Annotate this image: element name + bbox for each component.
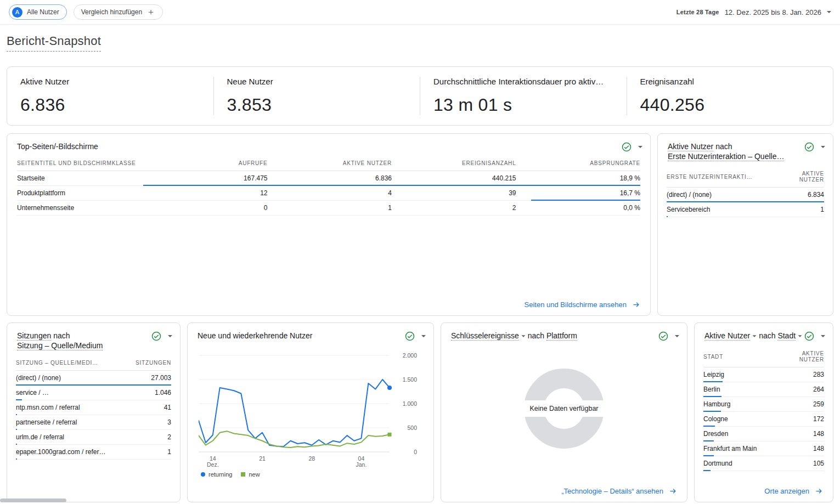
- date-range-value: 12. Dez. 2025 bis 8. Jan. 2026: [725, 8, 821, 16]
- card-title: Schlüsselereignisse nach Plattform: [451, 331, 577, 341]
- top-pages-table: SEITENTITEL UND BILDSCHIRMKLASSE AUFRUFE…: [7, 155, 650, 216]
- dimension-selector[interactable]: Stadt: [777, 331, 796, 341]
- table-header-row: SITZUNG – QUELLE/MEDI… SITZUNGEN: [16, 356, 171, 371]
- card-title: Neue und wiederkehrende Nutzer: [198, 331, 312, 341]
- column-header: AKTIVE NUTZER: [268, 160, 392, 166]
- horizontal-scrollbar[interactable]: [0, 499, 66, 502]
- table-row: Dresden 148: [703, 427, 824, 441]
- kpi-value: 13 m 01 s: [433, 95, 613, 115]
- column-header: STADT: [703, 354, 778, 360]
- cities-card: Aktive Nutzer nach Stadt STADT AKTIVE NU…: [694, 322, 833, 502]
- data-bar: [667, 216, 668, 217]
- card-title: Sitzungen nach Sitzung – Quelle/Medium: [17, 331, 103, 350]
- add-comparison-chip[interactable]: Vergleich hinzufügen ＋: [74, 4, 163, 20]
- cities-table: STADT AKTIVE NUTZER Leipzig 283 Berlin 2…: [695, 344, 833, 471]
- table-row: (direct) / (none) 6.834: [667, 188, 824, 202]
- table-row: epaper.1000grad.com / refer… 1: [16, 445, 171, 460]
- chart-legend: returning new: [201, 471, 425, 478]
- all-users-segment-chip[interactable]: A Alle Nutzer: [9, 4, 67, 20]
- metric-selector[interactable]: Schlüsselereignisse: [451, 331, 519, 341]
- metric-selector[interactable]: Aktive Nutzer: [668, 142, 713, 151]
- table-row: Cologne 172: [703, 412, 824, 427]
- view-pages-link[interactable]: Seiten und Bildschirme ansehen: [525, 301, 640, 309]
- card-controls: [151, 331, 172, 341]
- table-header-row: SEITENTITEL UND BILDSCHIRMKLASSE AUFRUFE…: [17, 156, 640, 171]
- platform-donut-chart: Keine Daten verfügbar: [441, 351, 687, 466]
- card-options-dropdown-icon[interactable]: [821, 335, 825, 337]
- card-controls: [405, 331, 426, 341]
- kpi-new-users: Neue Nutzer 3.853: [213, 77, 420, 115]
- column-header: ABSPRUNGRATE: [516, 160, 641, 166]
- kpi-value: 6.836: [20, 95, 200, 115]
- metric-selector[interactable]: Aktive Nutzer: [704, 331, 750, 341]
- column-header: AKTIVE NUTZER: [778, 350, 824, 363]
- arrow-right-icon: [815, 487, 823, 495]
- key-events-card: Schlüsselereignisse nach Plattform Keine…: [441, 322, 687, 502]
- returning-series-icon: [201, 472, 205, 477]
- legend-returning[interactable]: returning: [201, 471, 232, 478]
- table-row: service / … 1.046: [16, 386, 171, 400]
- table-row: partnerseite / referral 3: [16, 415, 171, 430]
- card-options-dropdown-icon[interactable]: [421, 335, 426, 337]
- view-tech-details-link[interactable]: „Technologie – Details“ ansehen: [561, 487, 677, 495]
- kpi-value: 440.256: [640, 95, 820, 115]
- svg-text:1.000: 1.000: [403, 400, 417, 407]
- svg-text:2.000: 2.000: [403, 352, 417, 359]
- card-controls: [658, 331, 679, 341]
- data-quality-check-icon[interactable]: [405, 331, 415, 341]
- title-section: Bericht-Snapshot: [0, 25, 840, 66]
- view-locations-link[interactable]: Orte anzeigen: [764, 487, 823, 495]
- data-quality-check-icon[interactable]: [804, 331, 814, 341]
- page-title[interactable]: Bericht-Snapshot: [7, 34, 101, 52]
- sessions-card: Sitzungen nach Sitzung – Quelle/Medium S…: [7, 322, 181, 502]
- plus-icon: ＋: [146, 8, 155, 16]
- svg-text:500: 500: [407, 424, 417, 431]
- dimension-selector[interactable]: Erste Nutzerinteraktion – Quelle…: [668, 152, 784, 161]
- legend-new[interactable]: new: [241, 471, 260, 478]
- kpi-active-users: Aktive Nutzer 6.836: [7, 77, 213, 115]
- data-bar: [703, 470, 711, 471]
- new-series-icon: [241, 472, 245, 477]
- no-data-label: Keine Daten verfügbar: [523, 400, 605, 417]
- data-quality-check-icon[interactable]: [151, 331, 161, 341]
- top-bar: A Alle Nutzer Vergleich hinzufügen ＋ Let…: [0, 0, 840, 25]
- kpi-label: Neue Nutzer: [227, 77, 407, 86]
- data-quality-check-icon[interactable]: [658, 331, 668, 341]
- chevron-down-icon: [798, 335, 802, 337]
- table-row: Produktplattform 12 4 39 16,7 %: [17, 186, 640, 201]
- metric-selector[interactable]: Sitzungen: [17, 331, 51, 341]
- new-returning-line-chart: 2.0001.5001.000500014Dez.212804Jan.: [199, 350, 418, 468]
- column-header: AUFRUFE: [143, 160, 268, 166]
- column-header: SEITENTITEL UND BILDSCHIRMKLASSE: [17, 160, 143, 166]
- kpi-value: 3.853: [227, 95, 407, 115]
- data-bar: [16, 458, 17, 460]
- table-row: Berlin 264: [703, 382, 824, 397]
- dimension-selector[interactable]: Plattform: [546, 331, 577, 341]
- kpi-label: Aktive Nutzer: [20, 77, 200, 86]
- card-controls: [804, 141, 825, 152]
- table-row: Hamburg 259: [703, 397, 824, 412]
- date-range-selector[interactable]: Letzte 28 Tage 12. Dez. 2025 bis 8. Jan.…: [676, 8, 831, 16]
- date-range-preset-label: Letzte 28 Tage: [676, 9, 719, 15]
- card-controls: [804, 331, 825, 341]
- card-title: Aktive Nutzer nach Erste Nutzerinterakti…: [668, 141, 784, 161]
- dimension-selector[interactable]: Sitzung – Quelle/Medium: [17, 341, 103, 350]
- card-options-dropdown-icon[interactable]: [675, 335, 679, 337]
- column-header: AKTIVE NUTZER: [780, 171, 824, 183]
- data-quality-check-icon[interactable]: [804, 142, 814, 152]
- arrow-right-icon: [632, 301, 640, 309]
- table-row: ntp.msn.com / referral 41: [16, 400, 171, 415]
- table-row: Dortmund 105: [703, 456, 824, 471]
- chevron-down-icon: [753, 335, 757, 337]
- card-options-dropdown-icon[interactable]: [638, 146, 642, 148]
- table-row: Leipzig 283: [703, 367, 824, 382]
- card-options-dropdown-icon[interactable]: [821, 146, 825, 148]
- top-pages-card: Top-Seiten/-Bildschirme SEITENTITEL UND …: [7, 133, 651, 316]
- dimension-cell: Unternehmensseite: [17, 204, 143, 212]
- data-quality-check-icon[interactable]: [622, 142, 632, 152]
- kpi-avg-engagement-time: Durchschnittliche Interaktionsdauer pro …: [420, 77, 627, 115]
- column-header: SITZUNGEN: [132, 360, 171, 366]
- table-row: Servicebereich 1: [667, 202, 824, 217]
- card-options-dropdown-icon[interactable]: [168, 335, 172, 337]
- svg-text:Dez.: Dez.: [207, 461, 219, 468]
